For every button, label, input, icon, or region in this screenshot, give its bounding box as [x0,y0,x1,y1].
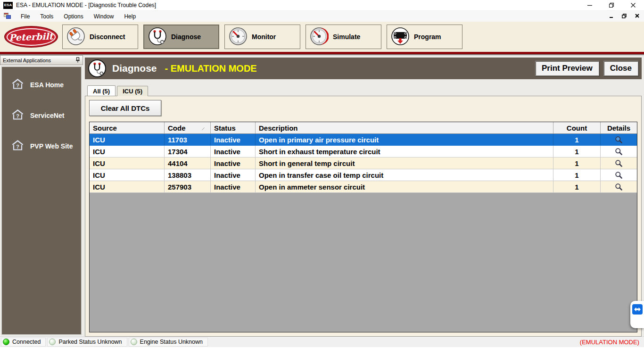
cell-status: Inactive [211,134,256,145]
title-bar: ESA ESA - EMULATION MODE - [Diagnostic T… [0,0,644,11]
details-magnifier-icon[interactable] [601,134,637,145]
column-header-details[interactable]: Details [601,122,637,133]
cell-description: Short in exhaust temperature circuit [256,146,553,157]
details-magnifier-icon[interactable] [601,169,637,181]
menu-tools[interactable]: Tools [35,12,58,21]
cell-source: ICU [90,146,165,157]
table-header: Source Code Status Description Count Det… [90,122,637,134]
cell-source: ICU [90,134,165,145]
table-row[interactable]: ICU 17304 Inactive Short in exhaust temp… [90,146,637,157]
external-applications-panel: External Applications ? ESA Home [0,55,83,336]
stethoscope-icon [148,27,167,47]
sidebar-item-label: ServiceNet [30,112,64,119]
monitor-button[interactable]: Monitor [224,25,300,49]
cell-status: Inactive [211,157,256,169]
cell-code: 257903 [165,181,211,192]
cell-description: Open in transfer case oil temp circuit [256,169,553,181]
sidebar-item-servicenet[interactable]: ? ServiceNet [11,109,81,122]
details-magnifier-icon[interactable] [601,157,637,169]
cell-status: Inactive [211,181,256,192]
emulation-mode-label: - EMULATION MODE [165,63,257,74]
disconnect-button[interactable]: Disconnect [62,25,138,49]
details-magnifier-icon[interactable] [601,181,637,192]
connected-label: Connected [12,339,41,345]
cell-source: ICU [90,181,165,192]
status-bar: Connected Parked Status Unknown Engine S… [0,336,644,347]
menu-bar: File Tools Options Window Help [0,11,644,22]
simulate-label: Simulate [333,33,360,41]
parked-label: Parked Status Unknown [58,339,122,345]
close-button[interactable]: Close [603,61,638,76]
page-title: Diagnose [112,63,157,74]
sidebar-item-esa-home[interactable]: ? ESA Home [11,78,81,91]
engine-status: Engine Status Unknown [129,338,208,347]
cell-status: Inactive [211,169,256,181]
table-row[interactable]: ICU 11703 Inactive Open in primary air p… [90,134,637,146]
teamviewer-icon [632,304,643,315]
details-magnifier-icon[interactable] [601,146,637,157]
sidebar-header: External Applications [0,55,83,65]
table-row[interactable]: ICU 44104 Inactive Short in general temp… [90,157,637,169]
diagnose-button[interactable]: Diagnose [143,25,219,49]
sidebar-title: External Applications [3,58,51,63]
red-separator [0,52,644,55]
program-button[interactable]: Program [387,25,462,49]
dtc-table: Source Code Status Description Count Det… [89,122,637,332]
home-icon: ? [11,140,24,152]
gauge-icon [229,27,248,47]
mdi-minimize-icon[interactable] [609,14,613,19]
cell-count: 1 [553,157,601,169]
plug-icon [66,27,85,47]
column-header-description[interactable]: Description [256,122,553,133]
mdi-window-controls [609,14,644,19]
program-label: Program [414,33,441,41]
cell-source: ICU [90,169,165,181]
peterbilt-logo: Peterbilt [4,26,58,48]
dtc-content: Clear All DTCs Source Code Status Descri… [85,96,642,337]
cell-description: Open in primary air pressure circuit [256,134,553,145]
cell-code: 17304 [165,146,211,157]
engine-label: Engine Status Unknown [140,339,203,345]
app-icon: ESA [3,2,13,9]
column-header-code[interactable]: Code [165,122,211,133]
menu-options[interactable]: Options [58,12,88,21]
tab-icu[interactable]: ICU (5) [117,86,148,96]
simulate-button[interactable]: Simulate [305,25,381,49]
close-icon[interactable] [622,0,644,10]
svg-text:?: ? [16,83,19,88]
cell-description: Open in ammeter sensor circuit [256,181,553,192]
column-header-count[interactable]: Count [553,122,601,133]
menu-file[interactable]: File [16,12,35,21]
sort-ascending-icon [201,124,205,132]
connected-indicator-icon [3,339,9,345]
sidebar-item-pvp-web-site[interactable]: ? PVP Web Site [11,140,81,152]
pin-icon[interactable] [75,57,80,64]
menu-help[interactable]: Help [119,12,141,21]
table-row[interactable]: ICU 138803 Inactive Open in transfer cas… [90,169,637,181]
home-icon: ? [11,78,24,91]
logo-text: Peterbilt [9,31,53,42]
stethoscope-icon [88,59,106,77]
table-row[interactable]: ICU 257903 Inactive Open in ammeter sens… [90,181,637,193]
sidebar-item-label: PVP Web Site [30,142,73,150]
column-header-status[interactable]: Status [211,122,256,133]
restore-icon[interactable] [601,0,622,10]
teamviewer-popout[interactable] [630,301,644,328]
cell-status: Inactive [211,146,256,157]
mdi-close-icon[interactable] [635,14,639,19]
ecu-program-icon [391,27,410,47]
gauge-simulate-icon [310,27,329,47]
sidebar-body: ? ESA Home ? ServiceNet [1,66,82,335]
mdi-restore-icon[interactable] [622,14,627,19]
tab-all[interactable]: All (5) [87,85,116,96]
column-header-source[interactable]: Source [90,122,165,133]
dtc-tab-strip: All (5) ICU (5) [85,85,642,96]
engine-indicator-icon [131,339,137,345]
cell-source: ICU [90,157,165,169]
menu-window[interactable]: Window [89,12,119,21]
connection-status: Connected [1,338,46,347]
clear-all-dtcs-button[interactable]: Clear All DTCs [89,100,161,116]
minimize-icon[interactable] [579,0,601,10]
main-area: Diagnose - EMULATION MODE Print Preview … [83,55,644,336]
print-preview-button[interactable]: Print Preview [535,61,599,76]
